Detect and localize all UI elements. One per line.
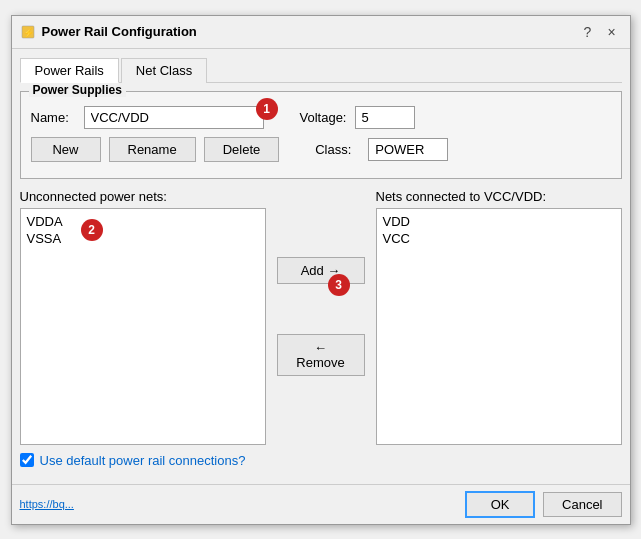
unconnected-label: Unconnected power nets: [20, 189, 266, 204]
title-bar: ⚡ Power Rail Configuration ? × [12, 16, 630, 49]
voltage-input[interactable] [355, 106, 415, 129]
name-select-wrapper: VCC/VDD 1 [84, 106, 264, 129]
dialog-title: Power Rail Configuration [42, 24, 572, 39]
ok-button[interactable]: OK [465, 491, 535, 518]
help-button[interactable]: ? [578, 22, 598, 42]
name-row: Name: VCC/VDD 1 Voltage: [31, 106, 611, 129]
power-supplies-group: Power Supplies Name: VCC/VDD 1 Voltage: … [20, 91, 622, 179]
default-connections-checkbox[interactable] [20, 453, 34, 467]
bottom-row: Use default power rail connections? [20, 453, 622, 468]
footer-url[interactable]: https://bq... [20, 498, 74, 510]
connected-panel: Nets connected to VCC/VDD: VDD VCC [376, 189, 622, 445]
title-bar-controls: ? × [578, 22, 622, 42]
list-item[interactable]: VSSA [25, 230, 261, 247]
action-row: New Rename Delete Class: [31, 137, 611, 162]
unconnected-panel: Unconnected power nets: VDDA VSSA 2 [20, 189, 266, 445]
voltage-label: Voltage: [300, 110, 347, 125]
connected-list[interactable]: VDD VCC [376, 208, 622, 445]
delete-button[interactable]: Delete [204, 137, 280, 162]
list-item[interactable]: VCC [381, 230, 617, 247]
close-button[interactable]: × [602, 22, 622, 42]
class-label: Class: [315, 142, 360, 157]
tab-net-class[interactable]: Net Class [121, 58, 207, 83]
tab-power-rails[interactable]: Power Rails [20, 58, 119, 83]
name-select[interactable]: VCC/VDD [84, 106, 264, 129]
connected-label: Nets connected to VCC/VDD: [376, 189, 622, 204]
list-item[interactable]: VDDA [25, 213, 261, 230]
footer: https://bq... OK Cancel [12, 484, 630, 524]
rename-button[interactable]: Rename [109, 137, 196, 162]
middle-section: Unconnected power nets: VDDA VSSA 2 Add … [20, 189, 622, 445]
power-supplies-legend: Power Supplies [29, 83, 126, 97]
new-button[interactable]: New [31, 137, 101, 162]
cancel-button[interactable]: Cancel [543, 492, 621, 517]
dialog-icon: ⚡ [20, 24, 36, 40]
dialog-body: Power Rails Net Class Power Supplies Nam… [12, 49, 630, 484]
tabs: Power Rails Net Class [20, 57, 622, 83]
class-input[interactable] [368, 138, 448, 161]
default-connections-label: Use default power rail connections? [40, 453, 246, 468]
list-item[interactable]: VDD [381, 213, 617, 230]
unconnected-list[interactable]: VDDA VSSA 2 [20, 208, 266, 445]
svg-text:⚡: ⚡ [22, 27, 34, 39]
dialog-window: ⚡ Power Rail Configuration ? × Power Rai… [11, 15, 631, 525]
add-button[interactable]: Add → [277, 257, 365, 284]
remove-button[interactable]: ← Remove [277, 334, 365, 376]
add-remove-controls: Add → 3 ← Remove [276, 189, 366, 445]
name-label: Name: [31, 110, 76, 125]
